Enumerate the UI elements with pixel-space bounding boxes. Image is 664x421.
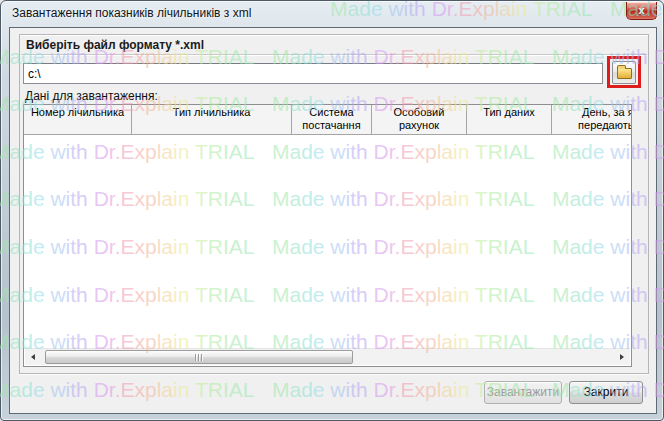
close-icon: x bbox=[638, 4, 644, 16]
column-header-2[interactable]: Система постачання bbox=[292, 105, 372, 134]
column-header-4[interactable]: Тип даних bbox=[467, 105, 552, 134]
table-header-row: Номер лічильникаТип лічильникаСистема по… bbox=[24, 105, 632, 135]
column-header-5[interactable]: День, за які передаються bbox=[552, 105, 632, 134]
load-button[interactable]: Завантажити bbox=[484, 381, 562, 404]
dialog-window: Завантаження показників лічильників з xm… bbox=[0, 0, 664, 421]
browse-button[interactable] bbox=[612, 61, 636, 84]
left-arrow-icon bbox=[31, 354, 35, 360]
column-header-0[interactable]: Номер лічильника bbox=[24, 105, 132, 134]
caption-divider bbox=[21, 54, 647, 55]
scrollbar-right-arrow[interactable] bbox=[614, 349, 630, 365]
annotation-highlight-box bbox=[607, 56, 641, 88]
title-bar[interactable]: Завантаження показників лічильників з xm… bbox=[1, 1, 663, 27]
data-to-load-label: Дані для завантаження: bbox=[25, 89, 158, 103]
meters-table: Номер лічильникаТип лічильникаСистема по… bbox=[23, 104, 632, 367]
right-arrow-icon bbox=[620, 354, 624, 360]
horizontal-scrollbar[interactable] bbox=[25, 348, 630, 365]
file-path-input[interactable] bbox=[23, 63, 603, 84]
dialog-client-area: Виберіть файл формату *.xml Дані для зав… bbox=[9, 27, 657, 414]
table-body-empty[interactable] bbox=[24, 135, 631, 350]
column-header-3[interactable]: Особовий рахунок споживача bbox=[372, 105, 467, 134]
close-button[interactable]: x bbox=[626, 2, 657, 20]
scrollbar-thumb[interactable] bbox=[45, 350, 353, 364]
close-dialog-button[interactable]: Закрити bbox=[569, 381, 643, 404]
column-header-1[interactable]: Тип лічильника bbox=[132, 105, 292, 134]
folder-icon bbox=[617, 68, 632, 79]
window-title: Завантаження показників лічильників з xm… bbox=[12, 6, 251, 20]
scrollbar-left-arrow[interactable] bbox=[25, 349, 41, 365]
file-format-label: Виберіть файл формату *.xml bbox=[26, 38, 204, 52]
